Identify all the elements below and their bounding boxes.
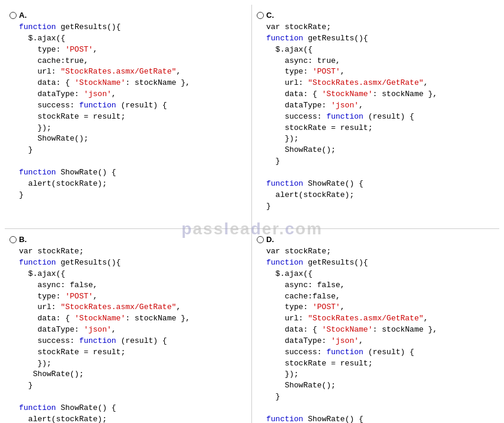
quadrant-b: B. var stockRate; function getResults(){… — [5, 229, 252, 423]
option-d-label[interactable]: D. — [257, 235, 495, 244]
letter-b: B. — [19, 235, 27, 244]
letter-c: C. — [266, 11, 274, 20]
letter-d: D. — [266, 235, 274, 244]
code-c: var stockRate; function getResults(){ $.… — [266, 22, 495, 212]
radio-d[interactable] — [257, 236, 264, 243]
radio-a[interactable] — [9, 12, 17, 19]
option-c-label[interactable]: C. — [257, 11, 495, 20]
quadrant-a: A. function getResults(){ $.ajax({ type:… — [5, 5, 252, 229]
option-a-label[interactable]: A. — [9, 11, 247, 20]
quadrant-c: C. var stockRate; function getResults(){… — [252, 5, 499, 229]
letter-a: A. — [19, 11, 27, 20]
quadrant-d: D. var stockRate; function getResults(){… — [252, 229, 499, 423]
radio-c[interactable] — [257, 12, 264, 19]
main-container: A. function getResults(){ $.ajax({ type:… — [0, 0, 504, 423]
code-d: var stockRate; function getResults(){ $.… — [266, 246, 495, 423]
radio-b[interactable] — [9, 236, 17, 243]
option-b-label[interactable]: B. — [9, 235, 247, 244]
code-b: var stockRate; function getResults(){ $.… — [19, 246, 247, 423]
code-a: function getResults(){ $.ajax({ type: 'P… — [19, 22, 247, 201]
